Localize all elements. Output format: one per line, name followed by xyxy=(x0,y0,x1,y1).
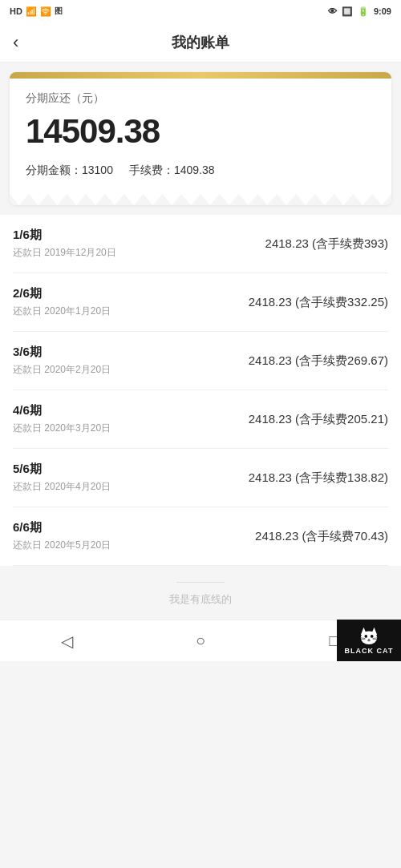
inst-period: 1/6期 xyxy=(13,228,116,243)
inst-amount: 2418.23 (含手续费138.82) xyxy=(249,470,388,486)
installment-item: 5/6期还款日 2020年4月20日2418.23 (含手续费138.82) xyxy=(13,449,388,507)
page-title: 我的账单 xyxy=(172,33,229,52)
installment-item: 2/6期还款日 2020年1月20日2418.23 (含手续费332.25) xyxy=(13,273,388,332)
inst-date: 还款日 2020年5月20日 xyxy=(13,539,111,552)
total-amount: 14509.38 xyxy=(26,112,375,151)
svg-point-3 xyxy=(364,635,367,638)
inst-left: 5/6期还款日 2020年4月20日 xyxy=(13,462,111,494)
summary-label: 分期应还（元） xyxy=(26,91,375,106)
inst-date: 还款日 2020年4月20日 xyxy=(13,480,111,494)
time-display: 9:09 xyxy=(374,6,391,16)
card-zigzag xyxy=(10,194,391,205)
installment-list: 1/6期还款日 2019年12月20日2418.23 (含手续费393)2/6期… xyxy=(0,215,401,566)
inst-date: 还款日 2020年3月20日 xyxy=(13,422,111,435)
inst-left: 3/6期还款日 2020年2月20日 xyxy=(13,345,111,377)
blackcat-badge: BLACK CAT xyxy=(337,620,401,661)
inst-amount: 2418.23 (含手续费393) xyxy=(265,236,388,252)
fee-label: 手续费：1409.38 xyxy=(129,164,215,178)
footer-line: 我是有底线的 xyxy=(0,566,401,620)
inst-amount: 2418.23 (含手续费269.67) xyxy=(249,353,388,369)
inst-date: 还款日 2020年1月20日 xyxy=(13,305,111,318)
inst-left: 1/6期还款日 2019年12月20日 xyxy=(13,228,116,260)
inst-amount: 2418.23 (含手续费332.25) xyxy=(249,295,388,310)
nav-back-button[interactable]: ◁ xyxy=(55,630,78,652)
status-bar: HD 📶 🛜 图 👁 🔲 🔋 9:09 xyxy=(0,0,401,22)
inst-amount: 2418.23 (含手续费205.21) xyxy=(249,412,388,427)
gold-bar xyxy=(10,72,391,79)
installment-item: 3/6期还款日 2020年2月20日2418.23 (含手续费269.67) xyxy=(13,332,388,390)
eye-icon: 👁 xyxy=(328,6,337,16)
footer-text: 我是有底线的 xyxy=(169,593,232,605)
status-left: HD 📶 🛜 图 xyxy=(10,6,63,17)
battery-icon: 🔋 xyxy=(358,6,369,17)
nav-home-button[interactable]: ○ xyxy=(189,630,212,652)
inst-left: 6/6期还款日 2020年5月20日 xyxy=(13,520,111,552)
svg-point-4 xyxy=(371,635,374,638)
summary-card: 分期应还（元） 14509.38 分期金额：13100 手续费：1409.38 xyxy=(10,72,391,205)
inst-amount: 2418.23 (含手续费70.43) xyxy=(255,529,388,544)
installment-item: 1/6期还款日 2019年12月20日2418.23 (含手续费393) xyxy=(13,215,388,273)
inst-left: 4/6期还款日 2020年3月20日 xyxy=(13,403,111,435)
principal-label: 分期金额：13100 xyxy=(26,164,113,178)
blackcat-text: BLACK CAT xyxy=(345,647,394,655)
battery-area: 🔲 xyxy=(342,6,353,17)
inst-period: 6/6期 xyxy=(13,520,111,535)
inst-period: 5/6期 xyxy=(13,462,111,477)
status-right: 👁 🔲 🔋 9:09 xyxy=(328,6,391,17)
inst-period: 3/6期 xyxy=(13,345,111,360)
inst-date: 还款日 2019年12月20日 xyxy=(13,246,116,260)
app-icons: 图 xyxy=(55,6,63,17)
bottom-nav: ◁ ○ □ BLACK CAT xyxy=(0,620,401,661)
network-label: HD xyxy=(10,6,22,16)
installment-item: 6/6期还款日 2020年5月20日2418.23 (含手续费70.43) xyxy=(13,507,388,566)
signal-icon: 📶 xyxy=(26,6,37,17)
wifi-icon: 🛜 xyxy=(40,6,51,17)
inst-period: 4/6期 xyxy=(13,403,111,418)
card-detail: 分期金额：13100 手续费：1409.38 xyxy=(26,164,375,178)
inst-date: 还款日 2020年2月20日 xyxy=(13,363,111,377)
inst-left: 2/6期还款日 2020年1月20日 xyxy=(13,286,111,318)
inst-period: 2/6期 xyxy=(13,286,111,301)
blackcat-icon xyxy=(358,626,380,645)
card-body: 分期应还（元） 14509.38 分期金额：13100 手续费：1409.38 xyxy=(10,79,391,194)
installment-item: 4/6期还款日 2020年3月20日2418.23 (含手续费205.21) xyxy=(13,390,388,449)
back-button[interactable]: ‹ xyxy=(13,32,18,53)
page-header: ‹ 我的账单 xyxy=(0,22,401,63)
svg-point-2 xyxy=(361,631,377,644)
